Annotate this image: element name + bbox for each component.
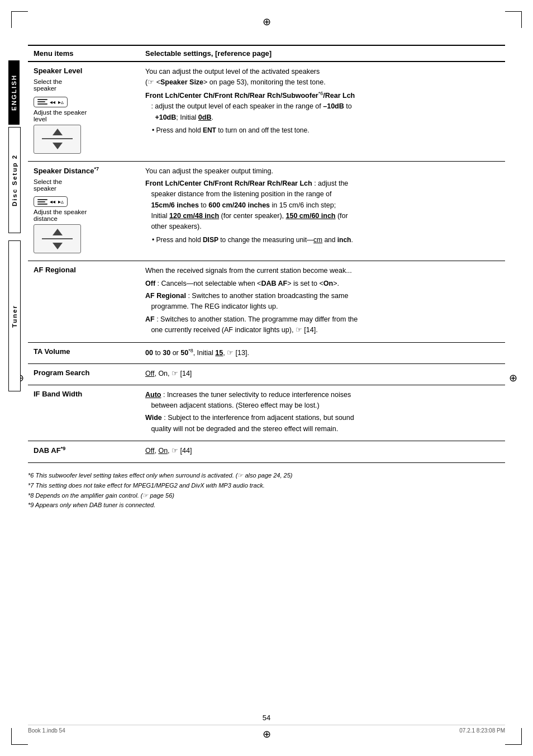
col-header-menu: Menu items — [28, 45, 140, 62]
corner-border-tr — [505, 11, 522, 28]
footnote-6: *6 This subwoofer level setting takes ef… — [28, 471, 505, 481]
settings-cell-speaker-level: You can adjust the output level of the a… — [140, 62, 505, 161]
page-footer: 54 Book 1.indb 54 07.2.1 8:23:08 PM — [28, 709, 505, 734]
crosshair-right: ⊕ — [509, 372, 517, 384]
wavy-line-d2 — [37, 201, 45, 202]
prev-arrow-icon-dist: ◂◂ — [50, 199, 55, 205]
menu-cell-ta-volume: TA Volume — [28, 342, 140, 363]
menu-cell-if-band-width: IF Band Width — [28, 385, 140, 441]
prev-arrow-icon: ◂◂ — [50, 99, 55, 105]
footnotes: *6 This subwoofer level setting takes ef… — [28, 471, 505, 510]
speaker-selector-device: ◂◂ ▸▵ — [34, 97, 68, 107]
row-speaker-level: Speaker Level Select thespeaker ◂◂ ▸▵ — [28, 62, 505, 161]
row-if-band-width: IF Band Width Auto : Increases the tuner… — [28, 385, 505, 441]
menu-cell-program-search: Program Search — [28, 363, 140, 385]
settings-text-if-band-width: Auto : Increases the tuner selectivity t… — [145, 390, 499, 435]
wavy-line-d1 — [37, 199, 47, 200]
bullet-note-ent: Press and hold ENT to turn on and off th… — [145, 126, 499, 134]
menu-title-ta-volume: TA Volume — [34, 347, 134, 356]
slider-down-arrow — [53, 143, 63, 149]
crosshair-top: ⊕ — [263, 16, 271, 28]
next-arrow-icon: ▸▵ — [58, 99, 64, 105]
menu-cell-speaker-distance: Speaker Distance*7 Select thespeaker ◂◂ … — [28, 161, 140, 261]
footer-info: Book 1.indb 54 07.2.1 8:23:08 PM — [28, 725, 505, 734]
label-disc-setup: Disc Setup 2 — [8, 127, 21, 233]
nav-arrows-device: ◂◂ ▸▵ — [50, 99, 64, 105]
settings-cell-dab-af: Off, On, ☞ [44] — [140, 441, 505, 463]
settings-cell-program-search: Off, On, ☞ [14] — [140, 363, 505, 385]
wavy-lines-icon — [37, 99, 47, 105]
slider-up-arrow — [53, 129, 63, 135]
label-tuner: Tuner — [8, 240, 21, 391]
slider-device-dist — [34, 224, 81, 253]
nav-arrows-device-dist: ◂◂ ▸▵ — [50, 199, 64, 205]
settings-cell-ta-volume: 00 to 30 or 50*8, Initial 15, ☞ [13]. — [140, 342, 505, 363]
slider-up-arrow-dist — [53, 229, 63, 235]
menu-cell-dab-af: DAB AF*9 — [28, 441, 140, 463]
corner-border-br — [505, 728, 522, 745]
settings-text-af-regional: When the received signals from the curre… — [145, 266, 499, 336]
speaker-selector-device-dist: ◂◂ ▸▵ — [34, 196, 68, 207]
menu-title-dab-af: DAB AF*9 — [34, 446, 134, 455]
footnote-8: *8 Depends on the amplifier gain control… — [28, 491, 505, 501]
bullet-note-disp: Press and hold DISP to change the measur… — [145, 236, 499, 244]
content-area: Menu items Selectable settings, [referen… — [28, 45, 505, 711]
main-table: Menu items Selectable settings, [referen… — [28, 45, 505, 463]
row-program-search: Program Search Off, On, ☞ [14] — [28, 363, 505, 385]
menu-title-if-band-width: IF Band Width — [34, 390, 134, 398]
row-af-regional: AF Regional When the received signals fr… — [28, 261, 505, 342]
page-number: 54 — [28, 714, 505, 722]
corner-border-bl — [11, 728, 28, 745]
settings-cell-af-regional: When the received signals from the curre… — [140, 261, 505, 342]
footnote-9: *9 Appears only when DAB tuner is connec… — [28, 500, 505, 511]
settings-text-speaker-level: You can adjust the output level of the a… — [145, 67, 499, 123]
row-ta-volume: TA Volume 00 to 30 or 50*8, Initial 15, … — [28, 342, 505, 363]
menu-title-speaker-distance: Speaker Distance*7 — [34, 166, 134, 175]
settings-text-dab-af: Off, On, ☞ [44] — [145, 446, 499, 456]
menu-sub-adjust-distance: Adjust the speakerdistance — [34, 209, 134, 222]
label-english: ENGLISH — [8, 60, 20, 125]
footnote-7: *7 This setting does not take effect for… — [28, 481, 505, 491]
slider-down-arrow-dist — [53, 243, 63, 249]
menu-cell-af-regional: AF Regional — [28, 261, 140, 342]
slider-device-level — [34, 125, 81, 154]
footer-left: Book 1.indb 54 — [28, 727, 65, 734]
menu-title-af-regional: AF Regional — [34, 266, 134, 274]
menu-title-program-search: Program Search — [34, 368, 134, 377]
wavy-line-d3 — [37, 204, 47, 205]
col-header-settings: Selectable settings, [reference page] — [140, 45, 505, 62]
wavy-line-1 — [37, 99, 47, 100]
settings-text-program-search: Off, On, ☞ [14] — [145, 368, 499, 379]
menu-sub-select-speaker-dist: Select thespeaker — [34, 178, 134, 192]
menu-sub-adjust-level: Adjust the speakerlevel — [34, 109, 134, 122]
menu-sub-select-speaker: Select thespeaker — [34, 78, 134, 92]
footer-right: 07.2.1 8:23:08 PM — [459, 727, 505, 734]
next-arrow-icon-dist: ▸▵ — [58, 199, 64, 205]
row-dab-af: DAB AF*9 Off, On, ☞ [44] — [28, 441, 505, 463]
settings-text-ta-volume: 00 to 30 or 50*8, Initial 15, ☞ [13]. — [145, 347, 499, 359]
settings-cell-if-band-width: Auto : Increases the tuner selectivity t… — [140, 385, 505, 441]
corner-border-tl — [11, 11, 28, 28]
menu-title-speaker-level: Speaker Level — [34, 67, 134, 75]
wavy-line-3 — [37, 103, 47, 105]
row-speaker-distance: Speaker Distance*7 Select thespeaker ◂◂ … — [28, 161, 505, 261]
wavy-lines-icon-dist — [37, 199, 47, 205]
slider-track — [42, 138, 73, 139]
settings-text-speaker-distance: You can adjust the speaker output timing… — [145, 166, 499, 233]
wavy-line-2 — [37, 101, 45, 102]
menu-cell-speaker-level: Speaker Level Select thespeaker ◂◂ ▸▵ — [28, 62, 140, 161]
settings-cell-speaker-distance: You can adjust the speaker output timing… — [140, 161, 505, 261]
slider-track-dist — [42, 238, 73, 239]
